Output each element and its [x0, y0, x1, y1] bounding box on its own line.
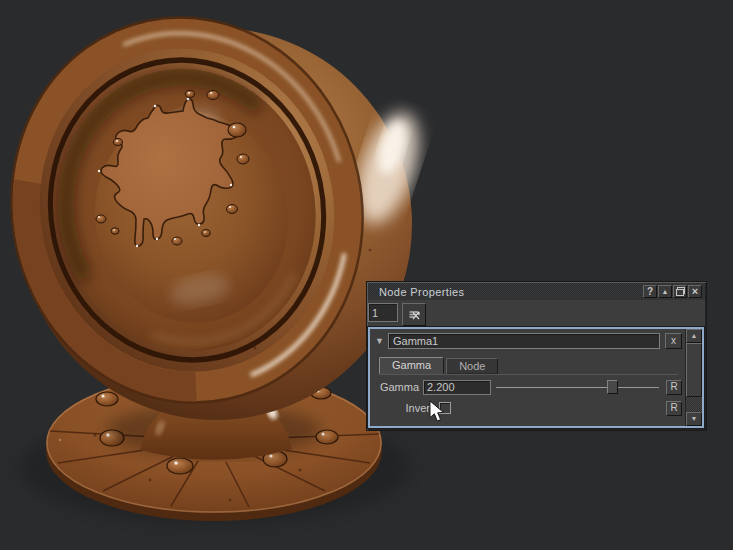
remove-node-button[interactable]: x: [665, 333, 682, 349]
invert-label: Invert: [375, 402, 433, 414]
recycle-icon: [408, 308, 421, 321]
recycle-button[interactable]: [402, 303, 426, 326]
node-header: ▼ x: [375, 332, 682, 350]
property-content: ▼ x Gamma Node Gamma R Invert: [370, 329, 685, 426]
scroll-down-button[interactable]: ▼: [686, 412, 702, 426]
vertical-scrollbar[interactable]: ▲ ▼: [685, 329, 702, 426]
restore-icon: [676, 287, 685, 296]
gamma-label: Gamma: [375, 381, 419, 393]
close-icon: ×: [692, 287, 698, 296]
scrollbar-thumb[interactable]: [686, 343, 702, 397]
window-title: Node Properties: [379, 286, 465, 298]
close-button[interactable]: ×: [688, 285, 702, 298]
invert-checkbox[interactable]: [439, 402, 451, 414]
restore-button[interactable]: [673, 285, 687, 298]
tab-node[interactable]: Node: [446, 358, 498, 374]
tab-gamma[interactable]: Gamma: [379, 357, 444, 374]
gamma-row: Gamma R: [375, 378, 682, 396]
slider-handle[interactable]: [607, 380, 618, 394]
collapse-arrow-icon[interactable]: ▼: [375, 336, 388, 346]
help-button[interactable]: ?: [643, 285, 657, 298]
minimize-icon: ▲: [662, 288, 669, 295]
titlebar[interactable]: Node Properties ? ▲ ×: [368, 283, 705, 300]
gamma-slider[interactable]: [496, 379, 659, 395]
gamma-reset-button[interactable]: R: [666, 380, 682, 395]
slider-track[interactable]: [496, 387, 659, 388]
property-frame: ▼ x Gamma Node Gamma R Invert: [368, 327, 704, 428]
node-name-input[interactable]: [388, 333, 660, 349]
minimize-button[interactable]: ▲: [658, 285, 672, 298]
help-icon: ?: [647, 287, 653, 297]
toolbar: [367, 300, 706, 326]
scroll-up-icon: ▲: [691, 332, 698, 339]
scrollbar-track[interactable]: [686, 343, 702, 412]
titlebar-icons: ? ▲ ×: [643, 285, 702, 298]
invert-reset-button[interactable]: R: [666, 401, 682, 416]
scroll-up-button[interactable]: ▲: [686, 329, 702, 343]
gamma-value-input[interactable]: [423, 380, 491, 395]
counter-input[interactable]: [368, 303, 398, 322]
node-properties-window: Node Properties ? ▲ ×: [366, 281, 707, 431]
tab-bar: Gamma Node: [379, 358, 678, 375]
invert-row: Invert R: [375, 399, 682, 417]
material-preview: [0, 0, 733, 550]
scroll-down-icon: ▼: [691, 415, 698, 422]
